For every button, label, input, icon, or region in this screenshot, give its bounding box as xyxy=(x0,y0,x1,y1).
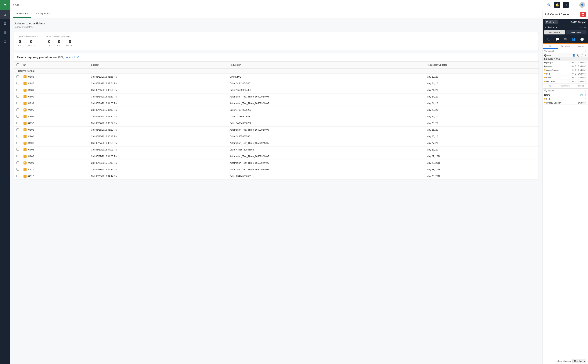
row-checkbox-cell[interactable] xyxy=(14,93,21,100)
row-checkbox-cell[interactable] xyxy=(14,140,21,147)
ticket-subject[interactable]: Call 05/27/2016 04:01 PM xyxy=(89,147,227,153)
ticket-subject[interactable]: Call 05/26/2016 06:13 PM xyxy=(89,133,227,140)
ticket-id-cell[interactable]: T #4910 xyxy=(21,166,89,173)
cp-search-input-bottom[interactable] xyxy=(548,90,584,92)
cp-queue-fav-star[interactable]: ★ xyxy=(585,80,587,83)
row-checkbox-cell[interactable] xyxy=(14,80,21,87)
cp-queue-fav-star[interactable]: ★ xyxy=(585,61,587,64)
ticket-subject[interactable]: Call 05/24/2016 03:56 PM xyxy=(89,87,227,93)
cp-phone-icon[interactable]: 📞 xyxy=(546,37,551,42)
row-checkbox[interactable] xyxy=(16,109,19,111)
ticket-id-cell[interactable]: T #4909 xyxy=(21,160,89,166)
ticket-id-cell[interactable]: T #4900 xyxy=(21,133,89,140)
cp-queue-fav-star[interactable]: ★ xyxy=(585,65,587,67)
ticket-subject[interactable]: Call 05/28/2016 04:39 PM xyxy=(89,166,227,173)
ticket-id-cell[interactable]: T #4912 xyxy=(21,173,89,180)
what-is-this-link[interactable]: What is this? xyxy=(66,56,79,58)
cp-people-icon[interactable]: 👥 xyxy=(571,37,576,42)
ticket-subject[interactable]: Call 05/28/2016 04:44 PM xyxy=(89,173,227,180)
header-checkbox[interactable] xyxy=(14,62,21,69)
row-checkbox[interactable] xyxy=(16,122,19,124)
cp-tab-recents-bottom[interactable]: Recents xyxy=(573,84,588,88)
cp-filter-icon-bottom[interactable]: ⊟ xyxy=(585,89,587,92)
row-checkbox-cell[interactable] xyxy=(14,100,21,107)
ticket-id-cell[interactable]: T #4886 xyxy=(21,74,89,80)
cp-queue-clock-icon[interactable]: 🕐 xyxy=(581,54,583,57)
ticket-id-cell[interactable]: T #4898 xyxy=(21,127,89,133)
tab-dashboard[interactable]: Dashboard xyxy=(13,10,31,18)
row-checkbox-cell[interactable] xyxy=(14,113,21,120)
ticket-id-cell[interactable]: T #4897 xyxy=(21,120,89,127)
ticket-subject[interactable]: Call 05/27/2016 03:59 PM xyxy=(89,140,227,147)
cp-tab-favorites-bottom[interactable]: Favorites xyxy=(558,84,573,88)
cp-search-input-top[interactable] xyxy=(548,50,584,52)
row-checkbox[interactable] xyxy=(16,155,19,157)
tab-getting-started[interactable]: Getting Started xyxy=(32,10,54,18)
select-all-checkbox[interactable] xyxy=(16,63,19,66)
ticket-id-cell[interactable]: T #4895 xyxy=(21,107,89,113)
grid-icon[interactable]: ⊞ xyxy=(563,2,569,8)
row-checkbox-cell[interactable] xyxy=(14,120,21,127)
sidebar-item-tickets[interactable]: ☰ xyxy=(0,19,10,28)
row-checkbox[interactable] xyxy=(16,75,19,78)
row-checkbox[interactable] xyxy=(16,135,19,137)
row-checkbox[interactable] xyxy=(16,148,19,151)
row-checkbox[interactable] xyxy=(16,142,19,144)
ticket-subject[interactable]: Call 05/24/2016 07:13 PM xyxy=(89,107,227,113)
row-checkbox[interactable] xyxy=(16,95,19,98)
sidebar-item-home[interactable]: ⌂ xyxy=(0,10,10,19)
cp-agent-fav-star[interactable]: ★ xyxy=(585,98,587,100)
ticket-subject[interactable]: Call 05/28/2016 12:18 PM xyxy=(89,160,227,166)
row-checkbox[interactable] xyxy=(16,82,19,84)
ticket-id-cell[interactable]: T #4901 xyxy=(21,140,89,147)
ticket-id-cell[interactable]: T #4893 xyxy=(21,100,89,107)
avatar[interactable]: 👤 xyxy=(579,2,585,8)
cp-queue-person-icon[interactable]: 👤 xyxy=(573,54,575,57)
row-checkbox-cell[interactable] xyxy=(14,74,21,80)
cp-tab-all-top[interactable]: All xyxy=(543,44,558,49)
ticket-subject[interactable]: Call 05/19/2016 05:56 PM xyxy=(89,74,227,80)
cp-tab-recents-top[interactable]: Recents xyxy=(573,44,588,49)
cp-clock-icon[interactable]: 🕐 xyxy=(580,37,585,42)
add-button[interactable]: + Add xyxy=(13,3,19,6)
sidebar-item-settings[interactable]: ⚙ xyxy=(0,37,10,46)
row-checkbox-cell[interactable] xyxy=(14,173,21,180)
row-checkbox[interactable] xyxy=(16,102,19,104)
cp-queue-fav-star[interactable]: ★ xyxy=(585,76,587,79)
cp-tab-all-bottom[interactable]: All xyxy=(543,84,558,88)
notifications-icon[interactable]: 🔔 xyxy=(554,2,560,8)
cp-agent-star-icon[interactable]: ★ xyxy=(584,94,587,96)
cp-chat-icon[interactable]: 💬 xyxy=(555,37,560,42)
cp-queue-fav-star[interactable]: ★ xyxy=(585,72,587,75)
take-break-button[interactable]: Take Break xyxy=(566,30,587,34)
ticket-id-cell[interactable]: T #4889 xyxy=(21,87,89,93)
ticket-subject[interactable]: Call 05/24/2016 03:57 PM xyxy=(89,93,227,100)
ticket-id-cell[interactable]: T #4896 xyxy=(21,113,89,120)
cp-filter-icon-top[interactable]: ⊟ xyxy=(585,50,587,52)
cp-show-status-select[interactable]: One Tab xyxy=(573,359,586,363)
ticket-subject[interactable]: Call 05/27/2016 04:05 PM xyxy=(89,153,227,160)
row-checkbox-cell[interactable] xyxy=(14,147,21,153)
ticket-subject[interactable]: Call 05/24/2016 04:00 PM xyxy=(89,100,227,107)
row-checkbox-cell[interactable] xyxy=(14,153,21,160)
row-checkbox[interactable] xyxy=(16,89,19,91)
cp-agent-fav-star[interactable]: ★ xyxy=(585,101,587,104)
ticket-subject[interactable]: Call 05/24/2016 03:54 PM xyxy=(89,80,227,87)
cp-email-icon[interactable]: ✉ xyxy=(563,37,567,42)
ticket-subject[interactable]: Call 05/26/2016 06:12 PM xyxy=(89,127,227,133)
row-checkbox[interactable] xyxy=(16,128,19,131)
work-offline-button[interactable]: Work Offline xyxy=(544,30,565,34)
row-checkbox-cell[interactable] xyxy=(14,160,21,166)
sidebar-item-reports[interactable]: ▦ xyxy=(0,28,10,37)
row-checkbox[interactable] xyxy=(16,162,19,164)
cp-agent-clock-icon[interactable]: 🕐 xyxy=(580,94,583,96)
row-checkbox-cell[interactable] xyxy=(14,87,21,93)
cp-tab-favorites-top[interactable]: Favorites xyxy=(558,44,573,49)
cp-queue-phone-icon[interactable]: 📞 xyxy=(576,54,579,57)
search-icon[interactable]: 🔍 xyxy=(546,2,552,8)
row-checkbox-cell[interactable] xyxy=(14,133,21,140)
cp-menu-button[interactable]: ⊞ Menu ▾ xyxy=(545,20,558,24)
cp-queue-fav-star[interactable]: ★ xyxy=(585,69,587,71)
row-checkbox[interactable] xyxy=(16,175,19,177)
ticket-id-cell[interactable]: T #4890 xyxy=(21,93,89,100)
